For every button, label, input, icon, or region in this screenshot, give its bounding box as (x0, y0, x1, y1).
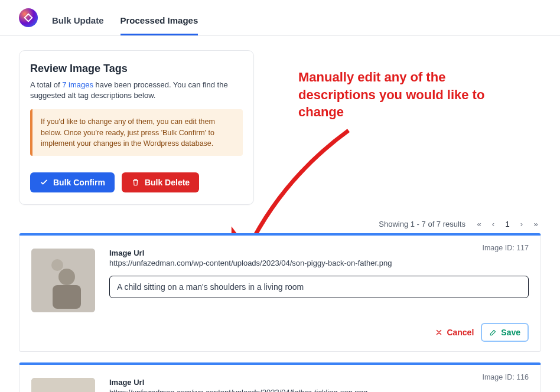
image-id-prefix: Image ID: (482, 373, 516, 381)
bulk-confirm-label: Bulk Confirm (53, 178, 105, 187)
card-body: Image Url https://unfazedman.com/wp-cont… (109, 249, 529, 312)
pager-controls: « ‹ 1 › » (474, 219, 541, 230)
svg-point-3 (58, 269, 75, 285)
image-id-value: 117 (516, 244, 529, 252)
pager-first-icon[interactable]: « (474, 219, 484, 230)
save-button[interactable]: Save (481, 323, 529, 342)
image-thumbnail (31, 378, 95, 392)
image-result-card: Image ID: 117 Image Url https://unfazedm… (19, 233, 541, 352)
nav-tabs: Bulk Update Processed Images (52, 7, 198, 35)
image-url-value: https://unfazedman.com/wp-content/upload… (109, 388, 529, 392)
page-content: Review Image Tags A total of 7 images ha… (0, 36, 560, 392)
annotation-callout: Manually edit any of the descriptions yo… (298, 68, 487, 121)
pager-next-icon[interactable]: › (516, 219, 527, 230)
bulk-delete-label: Bulk Delete (145, 178, 190, 187)
cancel-label: Cancel (447, 328, 474, 337)
pagination-summary: Showing 1 - 7 of 7 results (379, 220, 465, 228)
top-nav: Bulk Update Processed Images (0, 0, 560, 36)
edit-icon (489, 328, 497, 337)
card-body: Image Url https://unfazedman.com/wp-cont… (109, 378, 529, 392)
image-id-badge: Image ID: 117 (482, 244, 529, 252)
review-panel: Review Image Tags A total of 7 images ha… (19, 50, 254, 205)
review-title: Review Image Tags (30, 63, 243, 75)
processed-count-link[interactable]: 7 images (62, 80, 93, 89)
image-url-value: https://unfazedman.com/wp-content/upload… (109, 259, 529, 267)
warning-box: If you'd like to change any of them, you… (30, 109, 243, 155)
review-desc-prefix: A total of (30, 80, 62, 89)
tab-processed-images[interactable]: Processed Images (121, 7, 198, 35)
logo-diamond-icon (23, 12, 34, 23)
review-description: A total of 7 images have been processed.… (30, 80, 243, 101)
svg-rect-4 (53, 285, 81, 309)
image-url-label: Image Url (109, 249, 529, 257)
pager-prev-icon[interactable]: ‹ (488, 219, 499, 230)
image-id-prefix: Image ID: (482, 244, 516, 252)
card-actions: Cancel Save (31, 323, 529, 342)
pager-last-icon[interactable]: » (530, 219, 541, 230)
image-id-badge: Image ID: 116 (482, 373, 529, 381)
image-url-label: Image Url (109, 378, 529, 387)
pager-page-number: 1 (502, 219, 513, 230)
svg-rect-0 (25, 14, 32, 22)
bulk-delete-button[interactable]: Bulk Delete (122, 172, 199, 192)
svg-rect-6 (31, 378, 95, 392)
app-logo (19, 8, 38, 27)
thumbnail-placeholder-icon (31, 378, 95, 392)
cancel-button[interactable]: Cancel (435, 328, 474, 337)
image-id-value: 116 (516, 373, 529, 381)
trash-icon (131, 178, 140, 187)
bulk-confirm-button[interactable]: Bulk Confirm (30, 172, 115, 192)
bulk-action-row: Bulk Confirm Bulk Delete (30, 172, 243, 192)
image-result-card: Image ID: 116 Image Url https://unfazedm… (19, 362, 541, 392)
alt-text-input[interactable] (109, 276, 529, 298)
pagination-row: Showing 1 - 7 of 7 results « ‹ 1 › » (19, 219, 541, 230)
check-icon (40, 178, 48, 187)
save-label: Save (501, 328, 520, 337)
thumbnail-placeholder-icon (31, 249, 95, 312)
close-icon (435, 328, 443, 337)
tab-bulk-update[interactable]: Bulk Update (52, 7, 104, 35)
image-thumbnail (31, 249, 95, 312)
svg-point-5 (51, 259, 63, 271)
